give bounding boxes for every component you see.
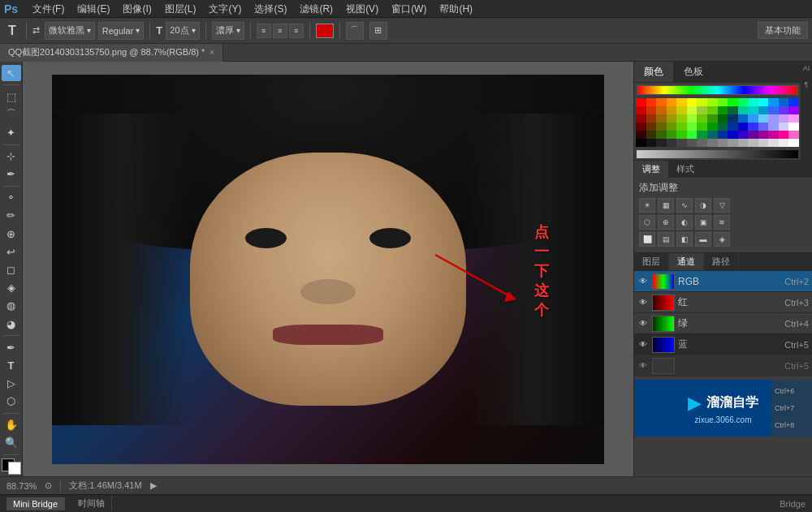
sw-r4c14[interactable] <box>768 123 779 131</box>
sw-r5c14[interactable] <box>768 131 779 139</box>
sw-r1c2[interactable] <box>646 98 657 106</box>
doc-arrow[interactable]: ▶ <box>150 480 157 491</box>
text-tool-icon[interactable]: T <box>4 24 20 38</box>
menu-file[interactable]: 文件(F) <box>26 0 71 18</box>
sw-r3c13[interactable] <box>758 114 769 123</box>
char-panel-icon[interactable]: ⊞ <box>369 22 387 40</box>
sw-r1c3[interactable] <box>656 98 667 106</box>
sw-r2c11[interactable] <box>738 106 749 114</box>
background-color[interactable] <box>8 462 21 475</box>
sw-r4c1[interactable] <box>636 123 646 131</box>
sw-r3c5[interactable] <box>676 114 687 123</box>
sw-r6c3[interactable] <box>656 139 667 147</box>
tab-adjustments[interactable]: 调整 <box>634 161 668 178</box>
adj-threshold[interactable]: ◧ <box>676 232 693 247</box>
sw-r4c11[interactable] <box>738 123 749 131</box>
sw-r1c4[interactable] <box>667 98 677 106</box>
sw-r5c6[interactable] <box>687 131 698 139</box>
eye-icon-c5[interactable]: 👁 <box>637 360 649 372</box>
sw-r5c8[interactable] <box>707 131 718 139</box>
zoom-tool[interactable]: 🔍 <box>2 435 21 451</box>
eye-icon-rgb[interactable]: 👁 <box>637 276 649 287</box>
sw-r2c13[interactable] <box>758 106 769 114</box>
sw-r5c15[interactable] <box>779 131 789 139</box>
sw-r5c9[interactable] <box>718 131 728 139</box>
eye-icon-blue[interactable]: 👁 <box>637 339 649 351</box>
sw-r6c11[interactable] <box>738 139 749 147</box>
shape-tool[interactable]: ⬡ <box>2 394 21 410</box>
anti-alias-dropdown[interactable]: 濃厚 <box>212 22 244 40</box>
spot-healing-tool[interactable]: ⚬ <box>2 190 21 206</box>
menu-layer[interactable]: 图层(L) <box>158 0 203 18</box>
sw-r5c3[interactable] <box>656 131 667 139</box>
sw-r2c12[interactable] <box>748 106 758 114</box>
bottom-tab-timeline[interactable]: 时间轴 <box>71 496 112 511</box>
eyedropper-tool[interactable]: ✒ <box>2 166 21 183</box>
sw-r4c5[interactable] <box>676 123 687 131</box>
sw-r4c16[interactable] <box>788 123 799 131</box>
font-name-dropdown[interactable]: 微软雅黑 <box>45 22 95 40</box>
sw-r5c13[interactable] <box>758 131 769 139</box>
clone-stamp-tool[interactable]: ⊕ <box>2 226 21 242</box>
menu-image[interactable]: 图像(I) <box>116 0 158 18</box>
sw-r4c6[interactable] <box>687 123 698 131</box>
sw-r5c10[interactable] <box>728 131 738 139</box>
sw-r1c16[interactable] <box>788 98 799 106</box>
adj-selective[interactable]: ◈ <box>714 232 730 247</box>
sw-r2c8[interactable] <box>707 106 718 114</box>
sw-r6c15[interactable] <box>779 139 789 147</box>
menu-edit[interactable]: 编辑(E) <box>71 0 116 18</box>
sw-r3c11[interactable] <box>738 114 749 123</box>
adj-curves[interactable]: ∿ <box>676 198 693 213</box>
menu-help[interactable]: 帮助(H) <box>433 0 479 18</box>
eraser-tool[interactable]: ◻ <box>2 261 21 278</box>
sw-r2c9[interactable] <box>718 106 728 114</box>
sw-r5c7[interactable] <box>697 131 707 139</box>
sw-r2c16[interactable] <box>788 106 799 114</box>
sw-r1c6[interactable] <box>687 98 698 106</box>
sw-r5c4[interactable] <box>667 131 677 139</box>
sw-r6c1[interactable] <box>636 139 646 147</box>
align-left-icon[interactable]: ≡ <box>257 24 271 38</box>
sw-r1c14[interactable] <box>768 98 779 106</box>
sw-r4c15[interactable] <box>779 123 789 131</box>
move-tool[interactable]: ↖ <box>2 65 21 81</box>
text-color-swatch[interactable] <box>316 24 334 38</box>
sw-r6c7[interactable] <box>697 139 707 147</box>
ch-tab-paths[interactable]: 路径 <box>704 253 739 270</box>
channel-row-rgb[interactable]: 👁 RGB Ctrl+2 <box>634 271 812 292</box>
history-brush-tool[interactable]: ↩ <box>2 243 21 260</box>
menu-filter[interactable]: 滤镜(R) <box>293 0 339 18</box>
sw-r5c2[interactable] <box>646 131 657 139</box>
sw-r5c12[interactable] <box>748 131 758 139</box>
sw-r6c10[interactable] <box>728 139 738 147</box>
sw-r5c11[interactable] <box>738 131 749 139</box>
sw-r2c2[interactable] <box>646 106 657 114</box>
sw-r1c10[interactable] <box>728 98 738 106</box>
sw-r6c14[interactable] <box>768 139 779 147</box>
ch-tab-channels[interactable]: 通道 <box>669 253 704 270</box>
sw-r1c8[interactable] <box>707 98 718 106</box>
sw-r4c7[interactable] <box>697 123 707 131</box>
sw-r4c2[interactable] <box>646 123 657 131</box>
ch-tab-layers[interactable]: 图层 <box>634 253 669 270</box>
sw-r3c4[interactable] <box>667 114 677 123</box>
menu-text[interactable]: 文字(Y) <box>202 0 248 18</box>
adj-photo[interactable]: ▣ <box>695 215 711 230</box>
tab-swatches[interactable]: 色板 <box>674 62 714 82</box>
bottom-tab-mini-bridge[interactable]: Mini Bridge <box>6 497 65 510</box>
sw-r3c10[interactable] <box>728 114 738 123</box>
sw-r1c12[interactable] <box>748 98 758 106</box>
sw-r2c10[interactable] <box>728 106 738 114</box>
basic-func-button[interactable]: 基本功能 <box>758 22 808 39</box>
sw-r6c8[interactable] <box>707 139 718 147</box>
sw-r4c3[interactable] <box>656 123 667 131</box>
hand-tool[interactable]: ✋ <box>2 417 21 433</box>
sw-r6c16[interactable] <box>788 139 799 147</box>
lasso-tool[interactable]: ⌒ <box>2 106 21 123</box>
dodge-tool[interactable]: ◕ <box>2 316 21 332</box>
sw-r1c11[interactable] <box>738 98 749 106</box>
font-style-dropdown[interactable]: Regular <box>98 22 145 40</box>
sw-r3c7[interactable] <box>697 114 707 123</box>
sw-r6c9[interactable] <box>718 139 728 147</box>
